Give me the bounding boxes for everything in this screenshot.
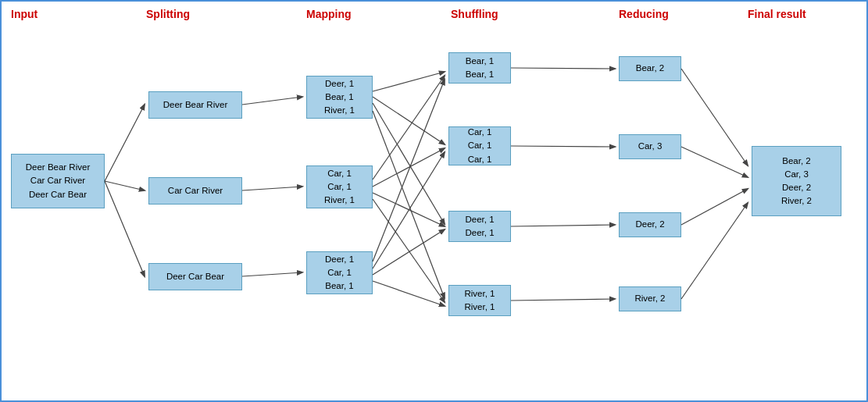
label-shuffling: Shuffling (451, 8, 498, 20)
arrow-map3-shuf1 (373, 80, 445, 261)
label-final: Final result (748, 8, 806, 20)
arrow-map1-shuf2 (373, 97, 445, 144)
arrow-map1-shuf3 (373, 103, 445, 224)
arrow-shuf3-red3 (511, 225, 615, 226)
box-input: Deer Bear River Car Car River Deer Car B… (11, 154, 105, 208)
box-red4-text: River, 2 (635, 292, 666, 305)
arrow-map3-shuf4 (373, 281, 445, 306)
arrow-red3-final (681, 189, 748, 225)
box-final: Bear, 2 Car, 3 Deer, 2 River, 2 (752, 146, 841, 216)
arrow-input-split3 (105, 181, 145, 276)
arrow-map1-shuf1 (373, 72, 445, 91)
box-map3: Deer, 1 Car, 1 Bear, 1 (306, 251, 373, 294)
box-map3-text: Deer, 1 Car, 1 Bear, 1 (325, 253, 354, 293)
box-map2: Car, 1 Car, 1 River, 1 (306, 165, 373, 208)
arrow-input-split2 (105, 181, 145, 190)
box-split2: Car Car River (148, 177, 242, 205)
box-map1-text: Deer, 1 Bear, 1 River, 1 (324, 77, 355, 118)
arrow-map1-shuf4 (373, 111, 445, 298)
box-input-text: Deer Bear River Car Car River Deer Car B… (26, 161, 90, 201)
arrow-map2-shuf3 (373, 193, 445, 226)
arrow-input-split1 (105, 105, 145, 181)
box-shuf1: Bear, 1 Bear, 1 (448, 52, 511, 84)
arrow-red4-final (681, 203, 748, 299)
box-split1-text: Deer Bear River (163, 98, 227, 112)
arrow-red2-final (681, 147, 748, 177)
label-mapping: Mapping (306, 8, 352, 20)
box-shuf4-text: River, 1 River, 1 (465, 287, 495, 315)
box-red3-text: Deer, 2 (635, 218, 664, 231)
label-input: Input (11, 8, 38, 20)
box-final-text: Bear, 2 Car, 3 Deer, 2 River, 2 (781, 155, 812, 208)
arrow-map2-shuf1 (373, 76, 445, 180)
arrow-shuf2-red2 (511, 146, 615, 147)
box-map1: Deer, 1 Bear, 1 River, 1 (306, 76, 373, 119)
box-split2-text: Car Car River (168, 184, 223, 197)
box-shuf1-text: Bear, 1 Bear, 1 (466, 55, 494, 82)
box-shuf3: Deer, 1 Deer, 1 (448, 211, 511, 242)
arrow-split3-map3 (242, 272, 302, 276)
arrow-shuf1-red1 (511, 68, 615, 69)
label-splitting: Splitting (146, 8, 190, 20)
box-red3: Deer, 2 (619, 212, 681, 237)
box-shuf3-text: Deer, 1 Deer, 1 (465, 213, 494, 240)
box-red2-text: Car, 3 (638, 140, 663, 153)
box-shuf2-text: Car, 1 Car, 1 Car, 1 (468, 126, 492, 166)
arrow-red1-final (681, 69, 748, 165)
box-red4: River, 2 (619, 286, 681, 311)
box-red1: Bear, 2 (619, 56, 681, 81)
box-red1-text: Bear, 2 (636, 62, 664, 75)
box-split1: Deer Bear River (148, 91, 242, 119)
box-shuf2: Car, 1 Car, 1 Car, 1 (448, 126, 511, 165)
label-reducing: Reducing (619, 8, 669, 20)
box-map2-text: Car, 1 Car, 1 River, 1 (324, 167, 355, 208)
box-split3-text: Deer Car Bear (166, 270, 224, 283)
diagram-wrapper: Input Splitting Mapping Shuffling Reduci… (0, 0, 868, 402)
arrow-map3-shuf2 (373, 152, 445, 269)
arrow-split1-map1 (242, 97, 302, 105)
arrow-map2-shuf2 (373, 148, 445, 187)
arrow-map2-shuf4 (373, 199, 445, 302)
arrow-split2-map2 (242, 187, 302, 190)
box-red2: Car, 3 (619, 134, 681, 159)
arrows-svg (2, 2, 868, 402)
box-shuf4: River, 1 River, 1 (448, 285, 511, 316)
box-split3: Deer Car Bear (148, 263, 242, 290)
arrow-map3-shuf3 (373, 229, 445, 275)
arrow-shuf4-red4 (511, 299, 615, 301)
